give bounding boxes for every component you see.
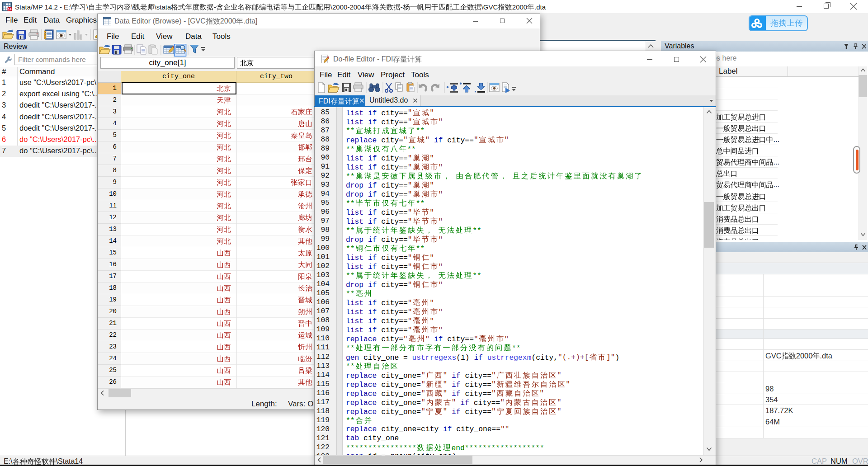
svg-text:14: 14 xyxy=(8,7,12,11)
